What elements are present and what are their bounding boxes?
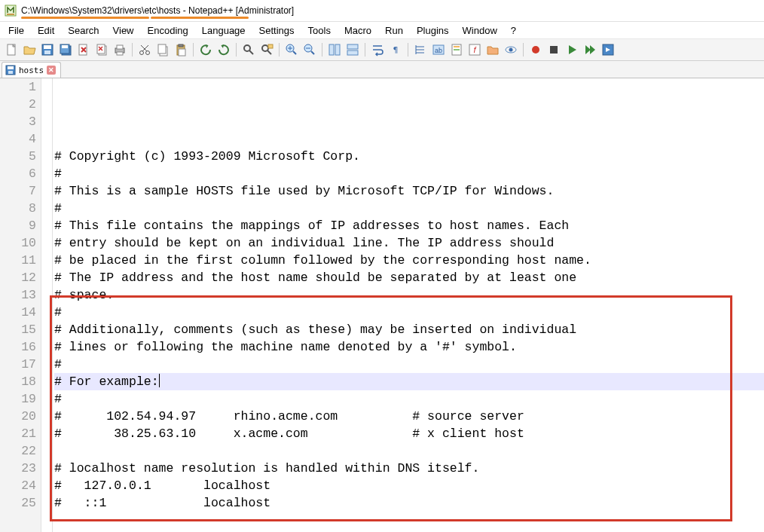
code-line[interactable]: # This is a sample HOSTS file used by Mi… [54, 182, 764, 200]
code-area[interactable]: # Copyright (c) 1993-2009 Microsoft Corp… [53, 78, 764, 532]
code-line[interactable]: # be placed in the first column followed… [54, 252, 764, 269]
indent-guide-icon[interactable] [412, 41, 429, 58]
stop-icon[interactable] [545, 41, 562, 58]
play-icon[interactable] [564, 41, 580, 58]
redo-icon[interactable] [215, 41, 232, 58]
record-icon[interactable] [527, 41, 544, 58]
tab-close-icon[interactable]: ✕ [47, 66, 56, 75]
toolbar-separator [523, 43, 524, 57]
show-all-icon[interactable]: ¶ [387, 41, 404, 58]
cut-icon[interactable] [136, 41, 153, 58]
menu-encoding[interactable]: Encoding [141, 23, 195, 38]
code-line[interactable]: 127.0.0.1 eureka7001.com [54, 529, 764, 532]
menu-edit[interactable]: Edit [31, 23, 61, 38]
code-line[interactable]: # 102.54.94.97 rhino.acme.com # source s… [54, 408, 764, 425]
tab-label: hosts [19, 66, 44, 75]
undo-icon[interactable] [197, 41, 214, 58]
code-line[interactable]: # [54, 390, 764, 408]
close-icon[interactable] [75, 41, 92, 58]
svg-rect-41 [550, 46, 558, 54]
editor[interactable]: 1234567891011121314151617181920212223242… [0, 78, 764, 532]
menu-plugins[interactable]: Plugins [410, 23, 456, 38]
play-multi-icon[interactable] [582, 41, 598, 58]
svg-rect-26 [329, 44, 334, 55]
code-line[interactable]: # 127.0.0.1 localhost [54, 477, 764, 494]
zoom-in-icon[interactable] [283, 41, 300, 58]
toolbar: ¶abf [0, 39, 764, 61]
svg-point-40 [532, 46, 539, 54]
save-all-icon[interactable] [57, 41, 74, 58]
func-list-icon[interactable]: f [466, 41, 483, 58]
print-icon[interactable] [112, 41, 128, 58]
paste-icon[interactable] [173, 41, 189, 58]
sync-h-icon[interactable] [344, 41, 361, 58]
svg-rect-29 [347, 50, 358, 55]
zoom-out-icon[interactable] [301, 41, 318, 58]
svg-point-22 [262, 45, 268, 51]
replace-icon[interactable] [258, 41, 275, 58]
menu-settings[interactable]: Settings [252, 23, 301, 38]
code-line[interactable]: # [54, 165, 764, 182]
menu-view[interactable]: View [106, 23, 141, 38]
svg-point-14 [140, 51, 144, 55]
code-line[interactable]: # localhost name resolution is handled w… [54, 460, 764, 477]
code-line[interactable]: # Additionally, comments (such as these)… [54, 321, 764, 338]
code-line[interactable] [54, 512, 764, 529]
menu-language[interactable]: Language [195, 23, 252, 38]
code-line[interactable]: # lines or following the machine name de… [54, 338, 764, 356]
svg-text:¶: ¶ [393, 45, 399, 55]
code-line[interactable] [54, 442, 764, 460]
svg-rect-23 [268, 44, 273, 48]
annotation-underline [151, 17, 249, 19]
svg-point-15 [146, 51, 150, 55]
code-line[interactable]: # The IP address and the host name shoul… [54, 269, 764, 286]
toolbar-separator [279, 43, 280, 57]
window-title: C:\Windows\System32\drivers\etc\hosts - … [21, 5, 294, 16]
toolbar-separator [193, 43, 194, 57]
sync-v-icon[interactable] [326, 41, 343, 58]
menu-macro[interactable]: Macro [338, 23, 378, 38]
menu-tools[interactable]: Tools [301, 23, 338, 38]
monitor-icon[interactable] [503, 41, 519, 58]
tab-bar: hosts ✕ [0, 61, 764, 78]
copy-icon[interactable] [154, 41, 171, 58]
toolbar-separator [236, 43, 237, 57]
menu-search[interactable]: Search [61, 23, 105, 38]
menu-file[interactable]: File [2, 23, 31, 38]
save-macro-icon[interactable] [600, 41, 616, 58]
code-line[interactable]: # entry should be kept on an individual … [54, 234, 764, 252]
svg-rect-19 [179, 44, 183, 47]
toolbar-separator [322, 43, 322, 57]
menu-help[interactable]: ? [504, 23, 523, 38]
close-all-icon[interactable] [93, 41, 110, 58]
code-line[interactable]: # [54, 200, 764, 217]
code-line[interactable]: # For example: [54, 373, 764, 390]
svg-point-39 [509, 48, 513, 52]
open-file-icon[interactable] [21, 41, 38, 58]
code-line[interactable]: # [54, 304, 764, 321]
code-line[interactable]: # space. [54, 286, 764, 304]
menu-bar: FileEditSearchViewEncodingLanguageSettin… [0, 22, 764, 39]
svg-point-21 [244, 45, 250, 51]
find-icon[interactable] [240, 41, 257, 58]
wordwrap-icon[interactable] [369, 41, 386, 58]
new-file-icon[interactable] [3, 41, 20, 58]
svg-rect-7 [62, 45, 68, 48]
code-line[interactable]: # ::1 localhost [54, 494, 764, 512]
code-line[interactable]: # [54, 356, 764, 373]
code-line[interactable]: # Copyright (c) 1993-2009 Microsoft Corp… [54, 148, 764, 165]
code-line[interactable]: # 38.25.63.10 x.acme.com # x client host [54, 425, 764, 442]
code-line[interactable]: # This file contains the mappings of IP … [54, 217, 764, 234]
svg-rect-3 [44, 45, 51, 49]
title-bar: C:\Windows\System32\drivers\etc\hosts - … [0, 0, 764, 22]
menu-window[interactable]: Window [456, 23, 504, 38]
doc-map-icon[interactable] [448, 41, 465, 58]
svg-rect-20 [179, 49, 185, 56]
save-icon[interactable] [39, 41, 56, 58]
folder-icon[interactable] [484, 41, 501, 58]
menu-run[interactable]: Run [378, 23, 410, 38]
tab-hosts[interactable]: hosts ✕ [2, 62, 61, 78]
toolbar-separator [365, 43, 365, 57]
annotation-underline [21, 17, 149, 19]
lang-icon[interactable]: ab [430, 41, 447, 58]
